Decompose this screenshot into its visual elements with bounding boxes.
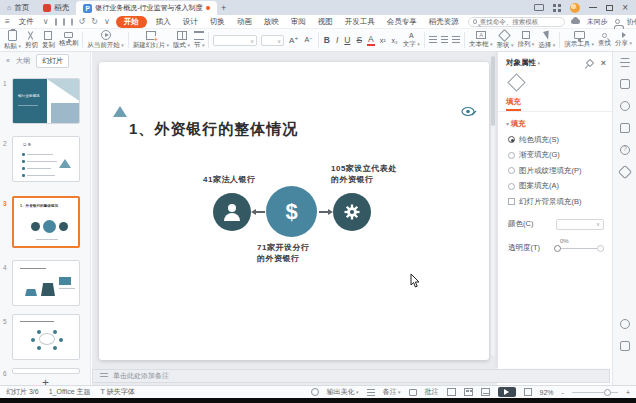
font-color-button[interactable]: A — [367, 34, 375, 46]
status-comments-icon[interactable] — [409, 389, 417, 396]
zoom-slider[interactable] — [572, 392, 618, 393]
panel-close-icon[interactable] — [593, 58, 606, 68]
tab-outline[interactable]: 大纲 — [16, 56, 30, 66]
transparency-slider[interactable]: 0% — [554, 242, 604, 254]
tab-slides[interactable]: 幻灯片 — [36, 54, 69, 68]
diagram-right-label[interactable]: 105家设立代表处 的外资银行 — [331, 163, 397, 185]
fit-slide-icon[interactable] — [524, 388, 532, 396]
collaborate-label[interactable]: 协作 — [627, 17, 636, 27]
underline-button[interactable]: U — [343, 35, 351, 45]
assistant-icon[interactable] — [620, 319, 630, 329]
bold-button[interactable]: B — [323, 35, 331, 45]
increase-font-button[interactable]: A⁺ — [288, 36, 300, 45]
workspace-icon[interactable] — [534, 4, 544, 11]
redo-icon[interactable]: ↻ — [91, 17, 98, 26]
slide-thumbnail-1[interactable]: 银行业务概况 — [12, 78, 80, 124]
tab-view[interactable]: 视图 — [315, 17, 336, 27]
panel-title[interactable]: 对象属性 — [506, 58, 540, 68]
cut-button[interactable]: 剪切 — [25, 31, 38, 50]
italic-button[interactable]: I — [335, 35, 339, 45]
hamburger-icon[interactable]: ≡ — [5, 17, 10, 26]
slide-thumbnail-6-partial[interactable] — [12, 368, 80, 374]
option-solid-fill[interactable]: 纯色填充(S) — [508, 135, 612, 145]
slide-thumbnail-5[interactable] — [12, 314, 80, 360]
format-painter-button[interactable]: 格式刷 — [59, 32, 79, 48]
shapes-panel-icon[interactable] — [617, 165, 631, 179]
status-notes-label[interactable]: 备注 — [383, 387, 401, 397]
new-doc-icon[interactable] — [55, 18, 57, 26]
diagram-bottom-label[interactable]: 71家开设分行 的外资银行 — [257, 242, 309, 264]
font-size-combo[interactable] — [261, 35, 284, 46]
diagram-left-label[interactable]: 41家法人银行 — [203, 174, 255, 185]
tab-developer[interactable]: 开发工具 — [342, 17, 378, 27]
slide-3[interactable]: 1、外资银行的整体情况 41家法人银行 105家设立代表处 的外资银行 71家开… — [99, 62, 489, 360]
zoom-out-button[interactable]: - — [562, 389, 564, 396]
tab-docer-resources[interactable]: 稻壳资源 — [426, 17, 462, 27]
option-picture-texture-fill[interactable]: 图片或纹理填充(P) — [508, 166, 612, 176]
font-name-combo[interactable] — [213, 35, 257, 46]
sync-status-label[interactable]: 未同步 — [587, 17, 608, 27]
missing-font-warning[interactable]: T 缺失字体 — [101, 387, 135, 397]
select-button[interactable]: 选择 — [538, 31, 555, 50]
search-input[interactable] — [480, 18, 560, 25]
avatar[interactable] — [570, 3, 580, 13]
print-icon[interactable] — [71, 18, 73, 26]
gear-node-circle[interactable] — [333, 193, 371, 231]
tab-slideshow[interactable]: 放映 — [261, 17, 282, 27]
restore-button[interactable] — [606, 5, 613, 11]
collaborate-icon[interactable] — [615, 19, 620, 24]
tab-transition[interactable]: 切换 — [207, 17, 228, 27]
arrange-button[interactable]: 排列 — [517, 31, 534, 49]
slide-thumbnail-3-selected[interactable]: 1、外资银行的整体情况 — [12, 196, 80, 248]
command-search[interactable] — [468, 17, 565, 27]
align-left-icon[interactable] — [429, 36, 437, 44]
close-button[interactable] — [622, 3, 628, 13]
option-pattern-fill[interactable]: 图案填充(A) — [508, 181, 612, 191]
apps-panel-icon[interactable] — [620, 341, 630, 351]
animation-panel-icon[interactable] — [620, 101, 630, 111]
slide-title[interactable]: 1、外资银行的整体情况 — [129, 120, 298, 139]
more-actions-chevron-icon[interactable]: ∨ — [104, 17, 110, 26]
zoom-level[interactable]: 92% — [540, 389, 554, 396]
collapse-panel-button[interactable]: « — [6, 57, 10, 64]
fill-section-header[interactable]: 填充 — [506, 119, 612, 129]
align-right-icon[interactable] — [452, 36, 460, 44]
properties-icon[interactable] — [620, 58, 630, 67]
notes-bar[interactable]: 单击此处添加备注 — [92, 369, 610, 383]
shapes-button[interactable]: 形状 — [497, 31, 514, 50]
reading-view-icon[interactable] — [481, 388, 490, 396]
zoom-in-button[interactable]: + — [626, 389, 630, 396]
play-from-current-button[interactable]: 从当前开始 — [87, 30, 123, 50]
status-comments-label[interactable]: 批注 — [425, 387, 439, 397]
eye-annotate-icon[interactable] — [461, 106, 477, 117]
tab-home[interactable]: 开始 — [116, 16, 147, 28]
beautify-icon[interactable] — [311, 388, 319, 396]
share-button[interactable]: 分享 — [615, 32, 632, 48]
dollar-node-circle[interactable]: $ — [266, 186, 317, 237]
paste-button[interactable]: 粘贴 — [4, 30, 21, 51]
decrease-font-button[interactable]: A⁻ — [303, 36, 313, 44]
presentation-tools-button[interactable]: 演示工具 — [564, 31, 594, 49]
person-node-circle[interactable] — [213, 193, 251, 231]
layout-button[interactable]: 版式 — [173, 31, 190, 50]
tab-design[interactable]: 设计 — [180, 17, 201, 27]
minimize-button[interactable] — [589, 7, 597, 8]
apps-grid-icon[interactable] — [553, 4, 561, 12]
docer-tab[interactable]: 稻壳 — [36, 0, 76, 15]
tab-review[interactable]: 审阅 — [288, 17, 309, 27]
copy-button[interactable]: 复制 — [42, 31, 55, 50]
option-gradient-fill[interactable]: 渐变填充(G) — [508, 150, 612, 160]
help-icon[interactable] — [620, 145, 630, 155]
find-button[interactable]: 查找 — [598, 33, 611, 48]
subscript-button[interactable]: x₂ — [391, 37, 399, 44]
sync-cloud-icon[interactable] — [571, 19, 580, 24]
beautify-label[interactable]: 输出美化 — [327, 387, 359, 397]
option-slide-background-fill[interactable]: 幻灯片背景填充(B) — [508, 197, 612, 207]
document-tab[interactable]: P 银行业务概况-行业监管与准入制度 — [76, 1, 216, 15]
text-effects-button[interactable]: A文字 — [403, 32, 420, 49]
zoom-slider-thumb[interactable] — [604, 389, 611, 396]
status-notes-icon[interactable] — [367, 389, 375, 396]
undo-icon[interactable]: ↺ — [79, 17, 86, 26]
design-panel-icon[interactable] — [620, 79, 630, 89]
save-icon[interactable] — [63, 18, 65, 26]
